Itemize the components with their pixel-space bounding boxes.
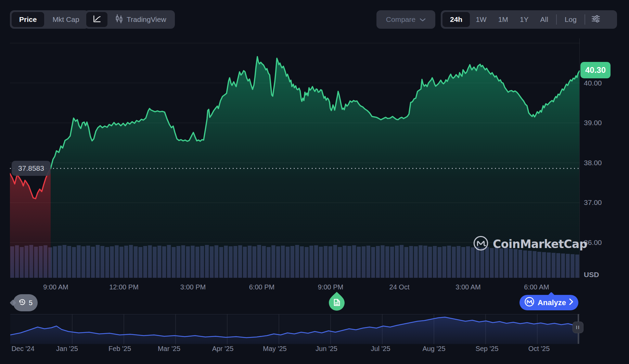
candlestick-icon xyxy=(115,14,123,25)
month-label-Apr25: Apr '25 xyxy=(212,345,234,353)
timeframe-1Y[interactable]: 1Y xyxy=(514,12,535,27)
compare-label: Compare xyxy=(386,15,415,24)
coinmarketcap-watermark: CoinMarketCap xyxy=(473,235,587,252)
timeframe-1M[interactable]: 1M xyxy=(492,12,514,27)
x-tick-12-00-PM: 12:00 PM xyxy=(109,283,139,291)
divider xyxy=(585,14,585,25)
timeframe-1W[interactable]: 1W xyxy=(470,12,492,27)
month-label-Oct25: Oct '25 xyxy=(528,345,550,353)
month-label-Dec24: Dec '24 xyxy=(11,345,34,353)
open-price-label: 37.8583 xyxy=(12,161,51,176)
x-tick-24-Oct: 24 Oct xyxy=(389,283,410,291)
price-mktcap-toggle: Price Mkt Cap xyxy=(10,10,89,29)
coinmarketcap-icon xyxy=(524,297,535,309)
tradingview-button[interactable]: TradingView xyxy=(108,14,173,25)
chart-settings-button[interactable] xyxy=(587,12,604,27)
x-tick-3-00-AM: 3:00 AM xyxy=(455,283,480,291)
history-icon xyxy=(18,298,26,308)
currency-unit-label: USD xyxy=(584,271,599,279)
divider xyxy=(556,14,557,25)
month-label-Jan25: Jan '25 xyxy=(56,345,78,353)
sliders-icon xyxy=(591,14,600,25)
tradingview-label: TradingView xyxy=(127,15,166,24)
brush-handle[interactable]: II xyxy=(573,322,583,333)
price-area-down xyxy=(10,168,51,278)
watermark-brand: CoinMarketCap xyxy=(493,237,587,251)
analyze-button[interactable]: Analyze xyxy=(519,295,578,310)
analyze-label: Analyze xyxy=(538,298,566,307)
timeframe-24h[interactable]: 24h xyxy=(442,12,470,27)
chevron-right-icon xyxy=(569,298,574,307)
timeframe-All[interactable]: All xyxy=(535,12,554,27)
history-count: 5 xyxy=(29,299,33,307)
price-tab[interactable]: Price xyxy=(12,12,44,27)
month-label-Feb25: Feb '25 xyxy=(108,345,131,353)
compare-dropdown[interactable]: Compare xyxy=(376,10,435,29)
month-label-Jun25: Jun '25 xyxy=(316,345,337,353)
current-price-badge: 40.30 xyxy=(580,62,611,78)
line-chart-button[interactable] xyxy=(86,12,107,27)
coinmarketcap-logo-icon xyxy=(473,235,489,252)
month-label-Sep25: Sep '25 xyxy=(475,345,498,353)
month-label-Mar25: Mar '25 xyxy=(158,345,180,353)
news-event-marker[interactable] xyxy=(329,291,345,311)
x-tick-6-00-PM: 6:00 PM xyxy=(249,283,274,291)
history-events-badge[interactable]: 5 xyxy=(13,294,38,311)
log-scale-toggle[interactable]: Log xyxy=(559,12,582,27)
y-tick-39.00: 39.00 xyxy=(584,119,602,127)
y-tick-37.00: 37.00 xyxy=(584,198,602,207)
month-label-May25: May '25 xyxy=(263,345,286,353)
x-tick-3-00-PM: 3:00 PM xyxy=(180,283,206,291)
month-label-Jul25: Jul '25 xyxy=(371,345,390,353)
y-tick-40.00: 40.00 xyxy=(584,79,602,87)
x-tick-6-00-AM: 6:00 AM xyxy=(524,283,549,291)
line-chart-icon xyxy=(92,14,101,25)
chart-type-toggle: TradingView xyxy=(85,10,175,29)
month-label-Aug25: Aug '25 xyxy=(422,345,445,353)
y-tick-38.00: 38.00 xyxy=(584,159,602,167)
range-brush-chart[interactable] xyxy=(10,314,580,344)
chevron-down-icon xyxy=(420,15,426,24)
mktcap-tab[interactable]: Mkt Cap xyxy=(45,12,87,27)
pin-shape xyxy=(329,292,345,311)
x-tick-9-00-PM: 9:00 PM xyxy=(318,283,343,291)
x-tick-9-00-AM: 9:00 AM xyxy=(43,283,68,291)
timeframe-selector: 24h1W1M1YAll Log xyxy=(441,10,617,29)
